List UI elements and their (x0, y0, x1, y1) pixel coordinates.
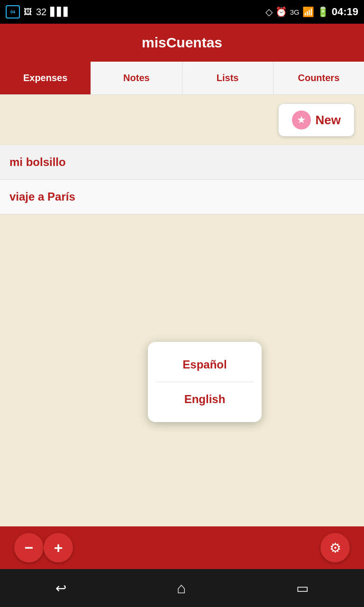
main-content: ★ New mi bolsillo viaje a París Español (0, 95, 364, 569)
language-popup: Español English (148, 342, 262, 422)
calendar-label: 04 (10, 9, 15, 14)
minus-icon: − (25, 540, 34, 555)
list-item-text: viaje a París (9, 190, 75, 203)
new-button-label: New (316, 113, 341, 128)
signal-icon: 📶 (302, 6, 314, 18)
list-item-mi-bolsillo[interactable]: mi bolsillo (0, 145, 364, 180)
recent-nav-icon[interactable]: ▭ (296, 580, 309, 596)
image-icon: 🖼 (24, 7, 32, 17)
tab-expenses[interactable]: Expenses (0, 62, 91, 94)
calendar-icon: 04 (6, 5, 20, 18)
signal-bars-icon: ▋▋▋ (50, 7, 70, 17)
expenses-content: ★ New mi bolsillo viaje a París Español (0, 95, 364, 526)
notif-count: 32 (36, 7, 46, 18)
tab-notes[interactable]: Notes (91, 62, 182, 94)
new-button[interactable]: ★ New (278, 103, 355, 137)
language-option-espanol[interactable]: Español (154, 348, 256, 382)
bottom-bar: − + ⚙ (0, 526, 364, 569)
sim-icon: ◇ (265, 6, 273, 18)
star-icon: ★ (292, 110, 311, 129)
new-btn-container: ★ New (0, 95, 364, 145)
language-option-english[interactable]: English (154, 382, 256, 416)
tab-lists[interactable]: Lists (182, 62, 273, 94)
minus-button[interactable]: − (14, 533, 44, 562)
android-nav-bar: ↩ ⌂ ▭ (0, 569, 364, 607)
status-time: 04:19 (332, 6, 358, 18)
tabs-bar: Expenses Notes Lists Counters (0, 62, 364, 95)
home-nav-icon[interactable]: ⌂ (177, 579, 186, 597)
plus-button[interactable]: + (44, 533, 73, 562)
plus-icon: + (54, 540, 63, 555)
status-bar: 04 🖼 32 ▋▋▋ ◇ ⏰ 3G 📶 🔋 04:19 (0, 0, 364, 24)
settings-button[interactable]: ⚙ (320, 533, 350, 562)
tab-counters[interactable]: Counters (273, 62, 364, 94)
gear-icon: ⚙ (329, 540, 341, 556)
back-nav-icon[interactable]: ↩ (55, 580, 66, 596)
list-item-viaje-paris[interactable]: viaje a París (0, 180, 364, 214)
network-icon: 3G (290, 8, 300, 16)
app-title: misCuentas (142, 35, 222, 51)
list-item-text: mi bolsillo (9, 156, 66, 168)
status-left: 04 🖼 32 ▋▋▋ (6, 5, 70, 18)
battery-icon: 🔋 (317, 6, 329, 18)
status-right: ◇ ⏰ 3G 📶 🔋 04:19 (265, 6, 358, 18)
app-header: misCuentas (0, 24, 364, 62)
alarm-icon: ⏰ (275, 6, 287, 18)
